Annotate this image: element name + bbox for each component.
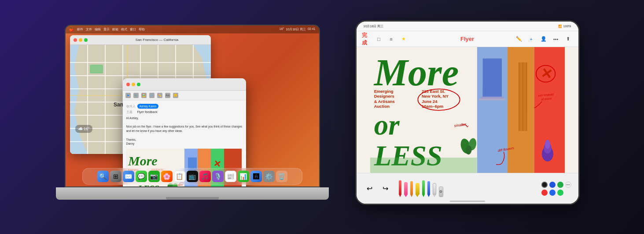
dock-finder[interactable]: 🔍 — [97, 171, 109, 182]
mail-emoji-icon[interactable]: 😊 — [173, 93, 178, 98]
map-titlebar: San Francisco — California — [70, 35, 211, 45]
color-black[interactable] — [541, 182, 548, 188]
menubar-format[interactable]: 格式 — [121, 27, 127, 32]
color-blue[interactable] — [549, 182, 556, 188]
ipad-pencil-toolbar: ↩ ↪ — [357, 173, 578, 204]
mail-send-icon[interactable]: ➤ — [125, 93, 131, 98]
macbook-hinge — [166, 197, 219, 200]
dock-podcasts[interactable]: 🎙️ — [212, 171, 224, 182]
menubar-edit[interactable]: 编辑 — [95, 27, 101, 32]
mail-titlebar — [123, 78, 246, 91]
mail-font-icon[interactable]: Aa — [165, 93, 170, 98]
macbook-menubar: 🍎 邮件 文件 编辑 显示 邮箱 格式 窗口 帮助 16° 10月18日 周三 — [66, 26, 319, 33]
traffic-light-maximize[interactable] — [84, 38, 88, 42]
mail-body-text[interactable]: Hi Ashley, Nice job on the flyer. I have… — [126, 116, 243, 146]
ipad-home-indicator — [450, 201, 485, 202]
dock-launchpad[interactable]: ⊞ — [110, 171, 121, 182]
dock-tv[interactable]: 📺 — [187, 171, 198, 182]
mail-subject-value[interactable]: Flyer feedback — [137, 110, 158, 114]
menubar-view[interactable]: 显示 — [103, 27, 110, 32]
battery-percent: 100% — [563, 25, 571, 28]
apple-menu-icon[interactable]: 🍎 — [69, 28, 74, 32]
menubar-temperature: 16° — [280, 27, 284, 32]
macbook-screen: 🍎 邮件 文件 编辑 显示 邮箱 格式 窗口 帮助 16° 10月18日 周三 — [65, 25, 320, 187]
mail-maximize-button[interactable] — [137, 83, 140, 86]
mail-link-icon[interactable]: 🔗 — [149, 93, 155, 98]
svg-rect-50 — [481, 97, 504, 99]
macbook-desktop: 🍎 邮件 文件 编辑 显示 邮箱 格式 窗口 帮助 16° 10月18日 周三 — [66, 26, 319, 186]
svg-point-60 — [545, 140, 550, 149]
ipad-done-button[interactable]: 完成 — [362, 34, 372, 44]
color-green[interactable] — [557, 182, 563, 188]
ipad-list-tool[interactable]: ≡ — [386, 34, 396, 44]
dock-music[interactable]: 🎵 — [199, 171, 211, 182]
pen-blue-tool[interactable] — [427, 181, 430, 197]
dock-appstore[interactable]: 🅰 — [250, 171, 262, 182]
color-green2[interactable] — [557, 190, 563, 196]
svg-rect-85 — [370, 157, 477, 173]
svg-text:Auction: Auction — [374, 104, 390, 109]
ipad-share-icon[interactable]: ⬆ — [563, 34, 573, 44]
svg-text:or: or — [374, 109, 399, 141]
ipad-pencil-tool[interactable]: ✏️ — [514, 34, 524, 44]
undo-button[interactable]: ↩ — [364, 183, 376, 195]
ipad: 10月18日 周三 📶 100% 完成 □ ≡ ★ Flyer — [346, 20, 589, 214]
svg-rect-18 — [90, 65, 103, 73]
color-more-options[interactable]: ••• — [565, 182, 571, 188]
menubar-items: 邮件 文件 编辑 显示 邮箱 格式 窗口 帮助 — [77, 27, 145, 32]
macbook: 🍎 邮件 文件 编辑 显示 邮箱 格式 窗口 帮助 16° 10月18日 周三 — [56, 25, 329, 209]
ipad-toolbar-left: 完成 □ ≡ ★ — [362, 34, 430, 44]
pencil-red-tool[interactable] — [399, 180, 401, 197]
dock-photos[interactable]: 🌸 — [161, 171, 173, 182]
ipad-toolbar: 完成 □ ≡ ★ Flyer ✏️ + 👤 ••• ⬆ — [357, 31, 578, 47]
dock-numbers[interactable]: 📊 — [238, 171, 249, 182]
color-red[interactable] — [541, 190, 548, 196]
mail-attach-icon[interactable]: 📎 — [133, 93, 139, 98]
ipad-more-icon[interactable]: ••• — [551, 34, 561, 44]
menubar-window[interactable]: 窗口 — [130, 27, 136, 32]
ipad-doc-title: Flyer — [433, 36, 501, 42]
menubar-mailbox[interactable]: 邮箱 — [112, 27, 118, 32]
traffic-light-minimize[interactable] — [79, 38, 82, 42]
ipad-battery: 📶 100% — [467, 25, 571, 28]
marker-pink-tool[interactable] — [404, 182, 408, 197]
traffic-light-close[interactable] — [74, 38, 77, 42]
dock-news[interactable]: 📰 — [225, 171, 236, 182]
mail-close-button[interactable] — [126, 83, 130, 86]
redo-button[interactable]: ↪ — [379, 183, 392, 195]
pen-orange-tool[interactable] — [410, 181, 413, 197]
pen-green-tool[interactable] — [422, 180, 425, 197]
dock-systemprefs[interactable]: ⚙️ — [263, 171, 275, 182]
dock-mail[interactable]: ✉️ — [123, 171, 134, 182]
color-blue2[interactable] — [549, 190, 556, 196]
ipad-screen: 10月18日 周三 📶 100% 完成 □ ≡ ★ Flyer — [357, 22, 578, 204]
mail-photo-icon[interactable]: 🖼️ — [141, 93, 147, 98]
mail-markup-icon[interactable]: ✏️ — [157, 93, 162, 98]
ipad-date: 10月18日 周三 — [364, 24, 467, 29]
svg-text:More: More — [373, 51, 459, 94]
ipad-shape-tool[interactable]: □ — [374, 34, 384, 44]
menubar-help[interactable]: 帮助 — [139, 27, 145, 32]
menubar-file[interactable]: 文件 — [86, 27, 92, 32]
ipad-body: 10月18日 周三 📶 100% 完成 □ ≡ ★ Flyer — [355, 20, 580, 205]
ipad-add-button[interactable]: + — [526, 34, 536, 44]
ipad-person-icon[interactable]: 👤 — [539, 34, 548, 44]
dock-trash[interactable]: 🗑️ — [276, 171, 287, 182]
dock-facetime[interactable]: 📷 — [148, 171, 160, 182]
dock-reminders[interactable]: 📋 — [174, 171, 185, 182]
map-window-title: San Francisco — California — [107, 38, 207, 42]
mail-to-tag[interactable]: Ashley Karen — [137, 104, 159, 109]
svg-rect-51 — [479, 99, 506, 100]
dock-messages[interactable]: 💬 — [136, 171, 147, 182]
mail-compose-toolbar: ➤ 📎 🖼️ 🔗 ✏️ Aa 😊 — [123, 91, 246, 100]
lasso-tool[interactable]: ⊙ — [439, 186, 443, 197]
mail-minimize-button[interactable] — [132, 83, 135, 86]
svg-text:More: More — [128, 154, 158, 168]
macbook-dock: 🔍 ⊞ ✉️ 💬 📷 🌸 📋 📺 🎵 🎙️ 📰 📊 🅰 ⚙️ 🗑️ — [82, 168, 302, 185]
eraser-tool[interactable] — [433, 183, 436, 197]
ipad-star-tool[interactable]: ★ — [399, 34, 408, 44]
brush-yellow-tool[interactable] — [416, 183, 420, 197]
svg-text:New York, NY: New York, NY — [422, 94, 449, 99]
menubar-mail[interactable]: 邮件 — [77, 27, 83, 32]
weather-widget: ☁️ 16° — [75, 125, 92, 133]
